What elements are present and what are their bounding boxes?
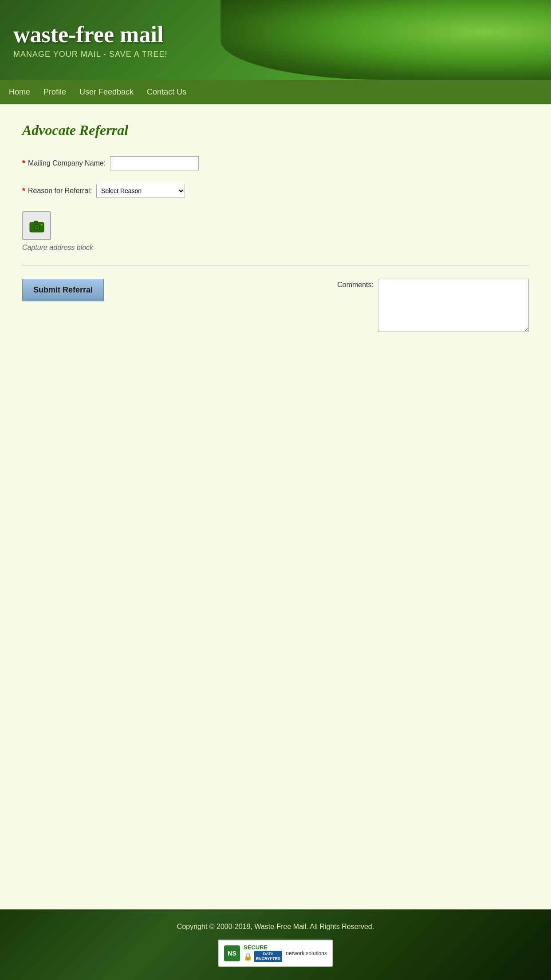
site-subtitle: MANAGE YOUR MAIL - SAVE A TREE! xyxy=(13,50,167,59)
comments-textarea[interactable] xyxy=(378,279,529,332)
nav-item-home[interactable]: Home xyxy=(9,85,30,99)
secure-label: SECURE xyxy=(244,944,268,951)
footer-copyright: Copyright © 2000-2019, Waste-Free Mail. … xyxy=(9,923,542,931)
secure-text-block: SECURE 🔒 DATAENCRYPTED xyxy=(244,944,282,962)
camera-icon xyxy=(29,218,45,234)
nav-item-contact-us[interactable]: Contact Us xyxy=(147,85,186,99)
header-text-block: waste-free mail MANAGE YOUR MAIL - SAVE … xyxy=(13,21,167,59)
network-solutions-text: network solutions xyxy=(286,950,327,956)
nav-item-profile[interactable]: Profile xyxy=(43,85,66,99)
camera-section: Capture address block xyxy=(22,211,529,252)
main-nav: Home Profile User Feedback Contact Us xyxy=(0,80,551,104)
form-divider xyxy=(22,265,529,265)
advocate-referral-form: * Mailing Company Name: * Reason for Ref… xyxy=(22,156,529,332)
capture-label: Capture address block xyxy=(22,244,529,252)
comments-area: Comments: xyxy=(337,279,529,332)
svg-rect-4 xyxy=(34,221,38,223)
mailing-company-input[interactable] xyxy=(110,156,199,170)
site-footer: Copyright © 2000-2019, Waste-Free Mail. … xyxy=(0,909,551,980)
header-leaf-decoration xyxy=(220,0,551,80)
required-star-company: * xyxy=(22,159,25,168)
svg-point-3 xyxy=(35,226,38,228)
ns-logo: NS xyxy=(224,945,240,961)
mailing-company-row: * Mailing Company Name: xyxy=(22,156,529,170)
page-title: Advocate Referral xyxy=(22,122,529,138)
bottom-section: Submit Referral Comments: xyxy=(22,279,529,332)
nav-item-user-feedback[interactable]: User Feedback xyxy=(79,85,134,99)
secure-icons-row: 🔒 DATAENCRYPTED xyxy=(244,951,282,962)
data-encrypted-badge: DATAENCRYPTED xyxy=(254,951,282,962)
comments-label: Comments: xyxy=(337,281,374,289)
svg-point-5 xyxy=(41,224,43,225)
main-content: Advocate Referral * Mailing Company Name… xyxy=(0,104,551,909)
mailing-company-label: Mailing Company Name: xyxy=(28,159,106,167)
site-title: waste-free mail xyxy=(13,21,167,47)
camera-button[interactable] xyxy=(22,211,51,240)
reason-referral-row: * Reason for Referral: Select Reason Spa… xyxy=(22,184,529,198)
lock-icon: 🔒 xyxy=(244,952,252,961)
reason-label: Reason for Referral: xyxy=(28,187,92,195)
required-star-reason: * xyxy=(22,186,25,196)
reason-select[interactable]: Select Reason Spam Unwanted Mail Other xyxy=(96,184,185,198)
submit-referral-button[interactable]: Submit Referral xyxy=(22,279,104,301)
security-badge: NS SECURE 🔒 DATAENCRYPTED network soluti… xyxy=(218,940,333,967)
site-header: waste-free mail MANAGE YOUR MAIL - SAVE … xyxy=(0,0,551,80)
